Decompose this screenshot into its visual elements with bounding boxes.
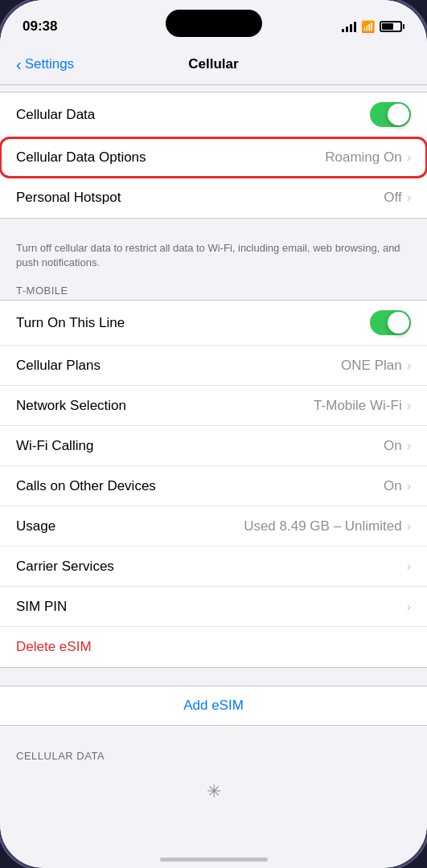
network-selection-label: Network Selection (16, 398, 126, 414)
page-title: Cellular (188, 56, 238, 72)
cellular-data-options-right: Roaming On › (325, 149, 411, 166)
turn-on-line-label: Turn On This Line (16, 315, 125, 331)
personal-hotspot-chevron-icon: › (407, 190, 411, 205)
delete-esim-label: Delete eSIM (16, 639, 92, 655)
calls-other-devices-row[interactable]: Calls on Other Devices On › (0, 466, 427, 506)
battery-icon (380, 21, 404, 32)
tmobile-settings-group: Turn On This Line Cellular Plans ONE Pla… (0, 300, 427, 668)
calls-other-devices-right: On › (384, 478, 411, 494)
phone-frame: 09:38 📶 ‹ (0, 0, 427, 868)
battery-body (380, 21, 402, 32)
cellular-data-toggle[interactable] (370, 102, 411, 127)
sim-pin-row[interactable]: SIM PIN › (0, 587, 427, 627)
spinner-icon: ✳ (207, 781, 221, 802)
network-selection-chevron-icon: › (407, 399, 411, 413)
network-selection-row[interactable]: Network Selection T-Mobile Wi-Fi › (0, 386, 427, 426)
wifi-calling-label: Wi-Fi Calling (16, 438, 93, 454)
sim-pin-label: SIM PIN (16, 599, 67, 615)
wifi-icon: 📶 (361, 20, 375, 33)
status-time: 09:38 (23, 18, 57, 35)
signal-bar-3 (350, 24, 352, 32)
cellular-plans-chevron-icon: › (407, 358, 411, 373)
delete-esim-row[interactable]: Delete eSIM (0, 627, 427, 667)
carrier-services-right: › (407, 559, 411, 574)
usage-label: Usage (16, 518, 55, 534)
signal-bars-icon (342, 21, 356, 32)
cellular-plans-label: Cellular Plans (16, 358, 101, 374)
toggle-knob (388, 104, 409, 125)
wifi-calling-row[interactable]: Wi-Fi Calling On › (0, 426, 427, 466)
sim-pin-chevron-icon: › (407, 600, 411, 614)
cellular-data-section-label: CELLULAR DATA (0, 743, 427, 765)
cellular-data-note: Turn off cellular data to restrict all d… (0, 236, 427, 278)
add-esim-button[interactable]: Add eSIM (0, 686, 427, 725)
usage-right: Used 8.49 GB – Unlimited › (244, 518, 411, 534)
wifi-calling-value: On (384, 438, 402, 454)
usage-value: Used 8.49 GB – Unlimited (244, 518, 402, 534)
cellular-data-row: Cellular Data (0, 92, 427, 137)
personal-hotspot-row[interactable]: Personal Hotspot Off › (0, 178, 427, 218)
tmobile-section-label: T-MOBILE (0, 278, 427, 300)
loading-spinner: ✳ (0, 765, 427, 818)
calls-other-devices-chevron-icon: › (407, 479, 411, 493)
back-button[interactable]: ‹ Settings (16, 56, 74, 72)
network-selection-right: T-Mobile Wi-Fi › (314, 398, 411, 414)
battery-fill (382, 23, 393, 30)
carrier-services-row[interactable]: Carrier Services › (0, 547, 427, 587)
personal-hotspot-value: Off (384, 190, 401, 206)
toggle-knob-line (388, 312, 409, 334)
signal-bar-2 (346, 27, 348, 32)
chevron-right-icon: › (407, 150, 411, 165)
calls-other-devices-value: On (384, 478, 402, 494)
status-icons: 📶 (342, 20, 404, 33)
carrier-services-chevron-icon: › (407, 559, 411, 574)
cellular-plans-row[interactable]: Cellular Plans ONE Plan › (0, 346, 427, 386)
turn-on-line-row: Turn On This Line (0, 301, 427, 346)
phone-screen: 09:38 📶 ‹ (0, 0, 427, 868)
personal-hotspot-right: Off › (384, 190, 411, 206)
wifi-calling-right: On › (384, 438, 411, 454)
spacer-top (0, 85, 427, 92)
battery-tip (403, 24, 404, 29)
cellular-data-options-label: Cellular Data Options (16, 149, 146, 166)
cellular-data-options-value: Roaming On (325, 149, 401, 166)
home-indicator (160, 858, 268, 862)
carrier-services-label: Carrier Services (16, 559, 114, 575)
content-area: Cellular Data Cellular Data Options Roam… (0, 85, 427, 844)
personal-hotspot-label: Personal Hotspot (16, 190, 121, 206)
nav-bar: ‹ Settings Cellular (0, 43, 427, 85)
top-settings-group: Cellular Data Cellular Data Options Roam… (0, 92, 427, 219)
cellular-plans-value: ONE Plan (341, 358, 402, 374)
dynamic-island (166, 10, 262, 37)
back-chevron-icon: ‹ (16, 56, 22, 72)
signal-bar-4 (354, 22, 356, 32)
usage-chevron-icon: › (407, 519, 411, 534)
signal-bar-1 (342, 29, 344, 32)
network-selection-value: T-Mobile Wi-Fi (314, 398, 402, 414)
cellular-plans-right: ONE Plan › (341, 358, 411, 374)
cellular-data-label: Cellular Data (16, 107, 95, 123)
sim-pin-right: › (407, 600, 411, 614)
turn-on-line-toggle[interactable] (370, 310, 411, 335)
wifi-calling-chevron-icon: › (407, 439, 411, 453)
add-esim-group: Add eSIM (0, 686, 427, 726)
usage-row[interactable]: Usage Used 8.49 GB – Unlimited › (0, 506, 427, 547)
back-label: Settings (25, 56, 74, 72)
calls-other-devices-label: Calls on Other Devices (16, 478, 156, 494)
cellular-data-options-row[interactable]: Cellular Data Options Roaming On › (0, 137, 427, 178)
